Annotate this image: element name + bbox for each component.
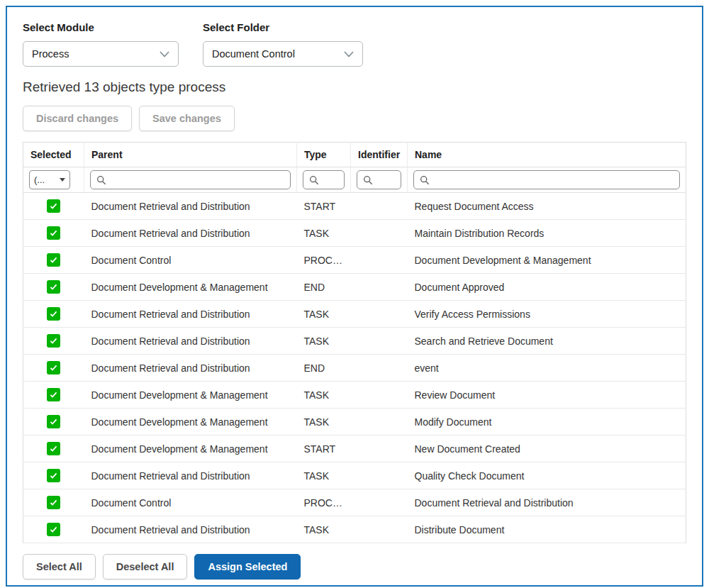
search-icon	[96, 175, 106, 185]
type-cell: PROCESS	[297, 489, 351, 516]
select-all-button[interactable]: Select All	[23, 554, 96, 579]
folder-select[interactable]: Document Control	[203, 41, 363, 67]
type-cell: TASK	[297, 409, 351, 436]
checked-checkbox-icon[interactable]	[47, 199, 60, 213]
table-body: Document Retrieval and Distribution STAR…	[23, 193, 686, 543]
checked-checkbox-icon[interactable]	[47, 253, 60, 267]
table-row: Document Development & Management END Do…	[23, 274, 686, 301]
selected-cell	[23, 355, 84, 382]
type-cell: TASK	[297, 382, 351, 409]
name-cell: Quality Check Document	[408, 462, 686, 489]
identifier-cell	[351, 409, 408, 436]
header-row: Selected Parent Type Identifier Name	[23, 143, 686, 167]
discard-changes-button[interactable]: Discard changes	[23, 106, 132, 131]
checked-checkbox-icon[interactable]	[47, 496, 60, 509]
table-row: Document Retrieval and Distribution STAR…	[23, 193, 686, 220]
name-filter-input[interactable]	[434, 174, 674, 185]
parent-cell: Document Development & Management	[84, 409, 297, 436]
identifier-cell	[351, 436, 408, 462]
parent-filter-input[interactable]	[111, 174, 284, 185]
filter-row: (...	[23, 167, 686, 193]
type-cell: PROCESS	[297, 247, 351, 274]
identifier-cell	[351, 382, 408, 409]
identifier-cell	[351, 193, 408, 220]
caret-down-icon	[60, 178, 65, 182]
table-row: Document Retrieval and Distribution TASK…	[23, 220, 686, 247]
checked-checkbox-icon[interactable]	[47, 415, 60, 428]
selected-cell	[23, 462, 84, 489]
identifier-cell	[351, 328, 408, 355]
checked-checkbox-icon[interactable]	[47, 226, 60, 240]
type-cell: END	[297, 274, 351, 301]
type-cell: START	[297, 436, 351, 462]
identifier-cell	[351, 355, 408, 382]
parent-cell: Document Retrieval and Distribution	[84, 516, 297, 543]
checked-checkbox-icon[interactable]	[47, 334, 60, 348]
identifier-cell	[351, 220, 408, 247]
checked-checkbox-icon[interactable]	[47, 307, 60, 321]
type-filter	[303, 170, 345, 189]
selected-cell	[23, 409, 84, 436]
save-changes-button[interactable]: Save changes	[139, 106, 235, 131]
checked-checkbox-icon[interactable]	[47, 388, 60, 401]
type-cell: START	[297, 193, 351, 220]
assign-selected-button[interactable]: Assign Selected	[194, 554, 301, 579]
parent-cell: Document Development & Management	[84, 382, 297, 409]
checked-checkbox-icon[interactable]	[47, 523, 60, 536]
identifier-cell	[351, 489, 408, 516]
name-cell: Document Approved	[408, 274, 686, 301]
selected-cell	[23, 301, 84, 328]
name-cell: Request Document Access	[408, 193, 686, 220]
deselect-all-button[interactable]: Deselect All	[103, 554, 188, 579]
folder-select-label: Select Folder	[203, 21, 363, 33]
name-filter	[413, 170, 680, 189]
parent-cell: Document Retrieval and Distribution	[84, 301, 297, 328]
type-cell: TASK	[297, 220, 351, 247]
chevron-down-icon	[344, 51, 354, 57]
name-cell: New Document Created	[408, 436, 686, 462]
name-cell: Maintain Distribution Records	[408, 220, 686, 247]
type-filter-cell	[297, 167, 351, 193]
table-row: Document Development & Management TASK R…	[23, 382, 686, 409]
search-icon	[420, 175, 430, 185]
name-filter-cell	[408, 167, 686, 193]
selected-cell	[23, 220, 84, 247]
status-text: Retrieved 13 objects type process	[23, 79, 686, 95]
assign-objects-panel: Select Module Process Select Folder Docu…	[6, 6, 703, 587]
checked-checkbox-icon[interactable]	[47, 442, 60, 455]
type-filter-input[interactable]	[323, 174, 338, 185]
name-cell: Distribute Document	[408, 516, 686, 543]
type-cell: TASK	[297, 301, 351, 328]
table-row: Document Development & Management TASK M…	[23, 409, 686, 436]
checked-checkbox-icon[interactable]	[47, 361, 60, 375]
selected-cell	[23, 516, 84, 543]
footer-actions: Select All Deselect All Assign Selected	[23, 554, 686, 579]
parent-filter-cell	[84, 167, 297, 193]
identifier-filter-input[interactable]	[377, 174, 395, 185]
parent-filter	[90, 170, 291, 189]
module-select[interactable]: Process	[23, 41, 179, 67]
name-cell: Search and Retrieve Document	[408, 328, 686, 355]
type-cell: TASK	[297, 462, 351, 489]
table-row: Document Retrieval and Distribution TASK…	[23, 328, 686, 355]
selected-cell	[23, 382, 84, 409]
parent-cell: Document Development & Management	[84, 436, 297, 462]
checked-checkbox-icon[interactable]	[47, 469, 60, 482]
column-header-parent: Parent	[84, 143, 297, 167]
selected-filter-value: (...	[34, 174, 45, 185]
selected-cell	[23, 328, 84, 355]
identifier-cell	[351, 462, 408, 489]
name-cell: Verify Access Permissions	[408, 301, 686, 328]
selected-cell	[23, 274, 84, 301]
name-cell: Modify Document	[408, 409, 686, 436]
identifier-filter-cell	[351, 167, 408, 193]
selected-filter-dropdown[interactable]: (...	[29, 170, 70, 189]
parent-cell: Document Development & Management	[84, 274, 297, 301]
selected-cell	[23, 193, 84, 220]
column-header-name: Name	[408, 143, 686, 167]
checked-checkbox-icon[interactable]	[47, 280, 60, 294]
identifier-cell	[351, 516, 408, 543]
parent-cell: Document Control	[84, 247, 297, 274]
parent-cell: Document Control	[84, 489, 297, 516]
table-row: Document Retrieval and Distribution TASK…	[23, 516, 686, 543]
